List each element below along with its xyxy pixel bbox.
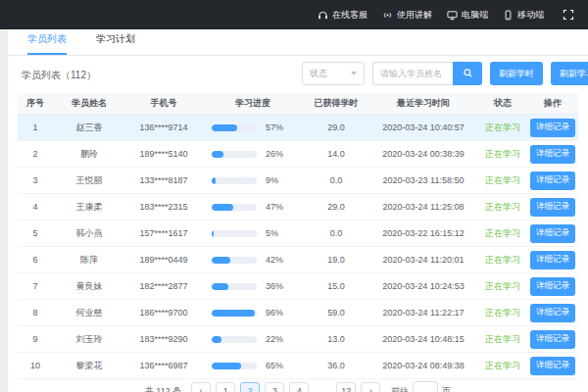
progress-bar-fill: [212, 230, 214, 237]
usage-guide-button[interactable]: 使用讲解: [382, 9, 432, 22]
cell-status: 正在学习: [478, 141, 527, 168]
table-row[interactable]: 7黄良妹182****287736%15.02020-03-24 10:24:5…: [18, 273, 578, 300]
detail-record-button[interactable]: 详细记录: [530, 172, 575, 190]
page: { "colors": { "accent": "#409EFF", "stat…: [0, 0, 588, 392]
page-button[interactable]: 12: [336, 382, 356, 392]
cell-action: 详细记录: [527, 300, 578, 326]
status-badge: 正在学习: [485, 149, 520, 159]
table-row[interactable]: 8何业慈186****970096%59.02020-03-24 11:22:1…: [18, 300, 578, 326]
chevron-down-icon: [351, 72, 357, 75]
detail-record-button[interactable]: 详细记录: [530, 198, 575, 217]
detail-record-button[interactable]: 详细记录: [530, 224, 575, 243]
detail-record-button[interactable]: 详细记录: [530, 304, 575, 322]
cell-status: 正在学习: [478, 220, 527, 247]
pc-client-button[interactable]: 电脑端: [447, 9, 488, 22]
detail-record-button[interactable]: 详细记录: [530, 277, 575, 296]
refresh-hours-button[interactable]: 刷新学时: [490, 62, 543, 85]
toolbar: 学员列表（112） 状态 刷新学时 刷新学习状态: [8, 56, 588, 91]
mobile-client-button[interactable]: 移动端: [503, 9, 544, 22]
headset-icon: [318, 10, 328, 21]
topbar: 在线客服 使用讲解 电脑端 移动端: [0, 0, 588, 29]
fullscreen-button[interactable]: [563, 9, 574, 21]
table-row[interactable]: 2鹏玲189****514026%14.02020-03-24 00:38:39…: [18, 141, 578, 168]
status-filter-select[interactable]: 状态: [302, 62, 365, 85]
status-badge: 正在学习: [485, 175, 520, 185]
table-row[interactable]: 3王悦丽133****81879%0.02020-03-23 11:58:50正…: [18, 168, 578, 194]
jump-page-input[interactable]: [413, 381, 438, 392]
online-service-button[interactable]: 在线客服: [318, 9, 368, 22]
cell-index: 7: [18, 273, 53, 300]
cell-hours: 29.0: [304, 115, 368, 141]
column-header: 状态: [478, 93, 527, 115]
pagination-buttons: ‹1234…12›: [191, 382, 380, 392]
page-button[interactable]: 4: [289, 382, 309, 392]
table-header: 序号学员姓名手机号学习进度已获得学时最近学习时间状态操作: [18, 93, 578, 115]
cell-status: 正在学习: [478, 247, 527, 273]
cell-last-study-time: 2020-03-24 11:25:08: [368, 194, 478, 220]
topbar-item-label: 在线客服: [332, 9, 368, 22]
progress-bar-track: [212, 124, 257, 131]
broadcast-icon: [382, 10, 393, 21]
cell-student-name: 黎梁花: [53, 353, 125, 379]
progress-bar-track: [212, 230, 257, 237]
progress-percent: 26%: [266, 149, 283, 159]
table-row[interactable]: 9刘玉玲183****929022%13.02020-03-24 10:48:1…: [18, 326, 578, 353]
search-input[interactable]: [372, 62, 453, 85]
search-button[interactable]: [453, 62, 482, 85]
prev-page-button[interactable]: ‹: [191, 382, 211, 392]
cell-student-name: 王悦丽: [53, 168, 125, 194]
detail-record-button[interactable]: 详细记录: [530, 251, 575, 270]
column-header: 学习进度: [202, 93, 304, 115]
topbar-item-label: 使用讲解: [397, 9, 432, 22]
cell-phone: 189****0449: [125, 247, 202, 273]
cell-phone: 157****1617: [125, 220, 202, 247]
status-filter-placeholder: 状态: [310, 68, 327, 80]
progress-bar-fill: [212, 363, 241, 369]
page-button[interactable]: 3: [265, 382, 284, 392]
table-row[interactable]: 10黎梁花136****698765%36.02020-03-24 08:49:…: [18, 353, 578, 379]
refresh-status-button[interactable]: 刷新学习状态: [551, 62, 588, 85]
cell-index: 2: [18, 141, 53, 168]
cell-last-study-time: 2020-03-22 16:15:12: [368, 220, 478, 247]
cell-student-name: 陈萍: [53, 247, 125, 273]
cell-progress: 47%: [202, 194, 304, 220]
progress-bar-fill: [212, 124, 237, 131]
detail-record-button[interactable]: 详细记录: [530, 145, 575, 164]
cell-phone: 189****5140: [125, 141, 202, 168]
cell-phone: 183****2315: [125, 194, 202, 220]
content-card: 学员列表 学习计划 学员列表（112） 状态 刷: [8, 29, 588, 392]
cell-student-name: 刘玉玲: [53, 326, 125, 353]
cell-progress: 65%: [202, 353, 304, 379]
cell-index: 5: [18, 220, 53, 247]
table-row[interactable]: 6陈萍189****044942%19.02020-03-24 11:20:01…: [18, 247, 578, 273]
cell-student-name: 黄良妹: [53, 273, 125, 300]
cell-index: 8: [18, 300, 53, 326]
page-button[interactable]: 2: [240, 382, 260, 392]
cell-progress: 57%: [202, 115, 304, 141]
cell-index: 10: [18, 353, 53, 379]
tab-study-plan[interactable]: 学习计划: [96, 32, 135, 55]
table-row[interactable]: 1赵三香136****971457%29.02020-03-24 10:40:5…: [18, 115, 578, 141]
cell-phone: 136****9714: [125, 115, 202, 141]
cell-progress: 26%: [202, 141, 304, 168]
progress-bar-track: [212, 204, 257, 211]
status-badge: 正在学习: [485, 202, 520, 212]
tab-student-list[interactable]: 学员列表: [27, 32, 67, 55]
next-page-button[interactable]: ›: [361, 382, 380, 392]
progress-bar-fill: [212, 151, 223, 158]
table-row[interactable]: 4王康柔183****231547%29.02020-03-24 11:25:0…: [18, 194, 578, 220]
progress-bar-fill: [212, 257, 230, 264]
cell-hours: 0.0: [304, 168, 368, 194]
column-header: 手机号: [125, 93, 202, 115]
detail-record-button[interactable]: 详细记录: [530, 357, 575, 375]
status-badge: 正在学习: [485, 308, 520, 318]
cell-student-name: 王康柔: [53, 194, 125, 220]
topbar-item-label: 移动端: [517, 9, 544, 22]
page-button[interactable]: 1: [216, 382, 235, 392]
table-row[interactable]: 5韩小燕157****16175%0.02020-03-22 16:15:12正…: [18, 220, 578, 247]
detail-record-button[interactable]: 详细记录: [530, 330, 575, 349]
cell-last-study-time: 2020-03-24 08:49:38: [368, 353, 478, 379]
cell-action: 详细记录: [527, 326, 578, 353]
detail-record-button[interactable]: 详细记录: [530, 119, 575, 137]
cell-phone: 182****2877: [125, 273, 202, 300]
